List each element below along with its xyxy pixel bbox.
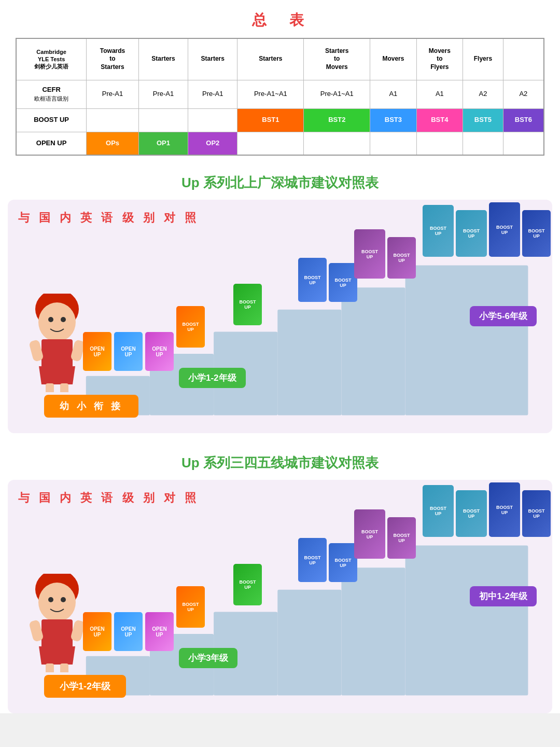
book-boost5b: BOOSTUP xyxy=(456,210,487,257)
svg-rect-22 xyxy=(405,546,528,696)
cefr-val-5: A1 xyxy=(370,80,416,108)
boostup2-books-2: BOOSTUP xyxy=(233,564,262,605)
character-1 xyxy=(29,294,86,394)
svg-rect-3 xyxy=(277,310,341,416)
cefr-val-7: A2 xyxy=(463,80,503,108)
book-open2-3: OPENUP xyxy=(145,612,174,651)
svg-rect-11 xyxy=(46,383,54,392)
book2-boost6: BOOSTUP xyxy=(489,482,520,537)
chart2-grade-label-2: 初中1-2年级 xyxy=(470,586,537,606)
bst4-cell: BST4 xyxy=(416,108,463,132)
book2-boost4b: BOOSTUP xyxy=(387,517,416,559)
page: 总 表 CambridgeYLE Tests剑桥少儿英语 TowardstoSt… xyxy=(0,0,560,713)
svg-rect-21 xyxy=(341,568,405,695)
yle-table: CambridgeYLE Tests剑桥少儿英语 TowardstoStarte… xyxy=(16,38,544,156)
col-starters3-highlight: Starters xyxy=(237,38,304,80)
bottom-label-1: 幼 小 衔 接 xyxy=(44,395,138,418)
boost-empty-0 xyxy=(87,108,139,132)
col-towards: TowardstoStarters xyxy=(87,38,139,80)
cefr-label-cell: CEFR欧框语言级别 xyxy=(16,80,87,108)
bst1-cell: BST1 xyxy=(237,108,304,132)
col-starters-to-movers: StarterstoMovers xyxy=(304,38,370,80)
svg-rect-12 xyxy=(60,383,68,392)
op2-cell: OP2 xyxy=(188,132,237,155)
chart2-grade-label-1: 小学3年级 xyxy=(179,648,237,668)
boostup-books-4: BOOSTUP BOOSTUP xyxy=(354,229,416,279)
book2-boost3b: BOOSTUP xyxy=(329,543,357,582)
cefr-val-0: Pre-A1 xyxy=(87,80,139,108)
col-starters1: Starters xyxy=(138,38,188,80)
stair-svg-1 xyxy=(18,233,542,420)
svg-point-25 xyxy=(48,597,53,602)
table-section: 总 表 CambridgeYLE Tests剑桥少儿英语 TowardstoSt… xyxy=(0,0,560,161)
svg-rect-4 xyxy=(341,287,405,415)
boostup2-books-5: BOOSTUP BOOSTUP BOOSTUP BOOSTUP xyxy=(423,482,551,537)
boost-row: BOOST UP BST1 BST2 BST3 BST4 BST5 BST6 xyxy=(16,108,544,132)
col-flyers1: Flyers xyxy=(463,38,503,80)
boostup2-books-4: BOOSTUP BOOSTUP xyxy=(354,509,416,559)
character-2 xyxy=(29,574,86,674)
svg-rect-28 xyxy=(46,663,54,672)
book2-boost3: BOOSTUP xyxy=(298,538,327,582)
table-header-row: CambridgeYLE Tests剑桥少儿英语 TowardstoStarte… xyxy=(16,38,544,80)
book-boost4b: BOOSTUP xyxy=(387,237,416,279)
svg-rect-27 xyxy=(41,619,73,648)
cefr-val-1: Pre-A1 xyxy=(138,80,188,108)
chart2-title: Up 系列三四五线城市建议对照表 xyxy=(0,446,560,475)
book-boost2: BOOSTUP xyxy=(233,284,262,325)
cefr-val-6: A1 xyxy=(416,80,463,108)
book-boost5: BOOSTUP xyxy=(423,205,454,257)
boostup-books-2: BOOSTUP xyxy=(233,284,262,325)
cefr-val-4: Pre-A1~A1 xyxy=(304,80,370,108)
cefr-row: CEFR欧框语言级别 Pre-A1 Pre-A1 Pre-A1 Pre-A1~A… xyxy=(16,80,544,108)
openup-books-1: OPENUP OPENUP OPENUP xyxy=(83,332,174,371)
book2-boost5b: BOOSTUP xyxy=(456,490,487,537)
bst2-cell: BST2 xyxy=(304,108,370,132)
bst5-cell: BST5 xyxy=(463,108,503,132)
svg-rect-29 xyxy=(60,663,68,672)
book2-boost1: BOOSTUP xyxy=(176,586,205,628)
book-boost3: BOOSTUP xyxy=(298,258,327,302)
open-label-cell: OPEN UP xyxy=(16,132,87,155)
chart1-title: Up 系列北上广深城市建议对照表 xyxy=(0,166,560,195)
bst3-cell: BST3 xyxy=(370,108,416,132)
book2-boost2: BOOSTUP xyxy=(233,564,262,605)
grade-label-1: 小学1-2年级 xyxy=(179,368,246,388)
col-movers-to-flyers: MoverstoFlyers xyxy=(416,38,463,80)
book2-boost5: BOOSTUP xyxy=(423,485,454,537)
book2-boost6b: BOOSTUP xyxy=(522,490,551,537)
open-empty-4 xyxy=(463,132,503,155)
open-empty-3 xyxy=(416,132,463,155)
bottom-label-2: 小学1-2年级 xyxy=(44,675,126,698)
svg-rect-10 xyxy=(41,339,73,368)
svg-rect-5 xyxy=(405,266,528,416)
col-cambridge: CambridgeYLE Tests剑桥少儿英语 xyxy=(16,38,87,80)
open-empty-1 xyxy=(304,132,370,155)
col-starters2: Starters xyxy=(188,38,237,80)
cefr-val-3: Pre-A1~A1 xyxy=(237,80,304,108)
bst6-cell: BST6 xyxy=(503,108,544,132)
book-open2-2: OPENUP xyxy=(114,612,143,651)
col-flyers2: Flyers xyxy=(503,38,544,80)
book2-boost4: BOOSTUP xyxy=(354,509,385,559)
book-open3: OPENUP xyxy=(145,332,174,371)
grade-label-2: 小学5-6年级 xyxy=(470,306,537,326)
open-empty-5 xyxy=(503,132,544,155)
open-empty-0 xyxy=(237,132,304,155)
boostup-books-1: BOOSTUP xyxy=(176,306,205,348)
book-boost4: BOOSTUP xyxy=(354,229,385,279)
book-open1: OPENUP xyxy=(83,332,111,371)
chart1-staircase: OPENUP OPENUP OPENUP BOOSTUP BOOSTUP BOO… xyxy=(18,233,542,420)
open-row: OPEN UP OPs OP1 OP2 xyxy=(16,132,544,155)
book-open2: OPENUP xyxy=(114,332,143,371)
boost-label-cell: BOOST UP xyxy=(16,108,87,132)
book-boost6: BOOSTUP xyxy=(489,202,520,257)
chart2-staircase: OPENUP OPENUP OPENUP BOOSTUP BOOSTUP BOO… xyxy=(18,514,542,700)
ops-cell: OPs xyxy=(87,132,139,155)
boost-empty-2 xyxy=(188,108,237,132)
openup-books-2: OPENUP OPENUP OPENUP xyxy=(83,612,174,651)
boostup-books-5: BOOSTUP BOOSTUP BOOSTUP BOOSTUP xyxy=(423,202,551,257)
open-empty-2 xyxy=(370,132,416,155)
boostup2-books-3: BOOSTUP BOOSTUP xyxy=(298,538,357,582)
boostup2-books-1: BOOSTUP xyxy=(176,586,205,628)
